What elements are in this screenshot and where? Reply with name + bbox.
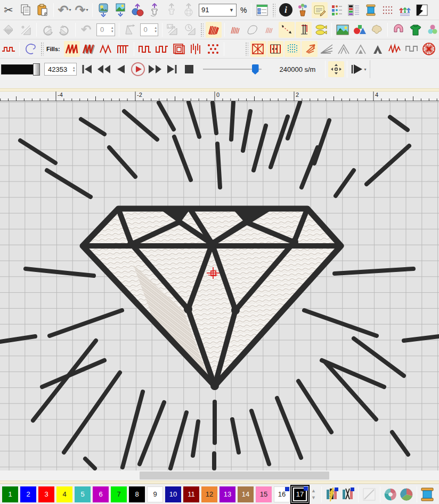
fill-columns-icon[interactable] <box>188 41 204 57</box>
outline-shape-icon[interactable] <box>245 22 261 38</box>
arc-tool-icon[interactable] <box>22 41 38 57</box>
copy-icon[interactable] <box>18 2 34 18</box>
palette-color-2[interactable]: 2 <box>20 486 36 502</box>
palette-color-17[interactable]: 17 <box>292 486 308 502</box>
step-back-button[interactable] <box>113 62 129 77</box>
palette-color-11[interactable]: 11 <box>183 486 199 502</box>
motif-dot-circle-icon[interactable] <box>284 41 300 57</box>
palette-color-12[interactable]: 12 <box>201 486 217 502</box>
fills-toolbar: Fills: <box>0 39 439 59</box>
scrollbar-thumb[interactable] <box>140 472 329 480</box>
motif-fan-icon[interactable] <box>319 41 335 57</box>
palette-color-3[interactable]: 3 <box>38 486 54 502</box>
palette-scroll-spinner[interactable]: ▲▼ <box>311 489 316 500</box>
fill-satin-shadow-icon[interactable] <box>81 41 97 57</box>
motif-wave-icon[interactable] <box>387 41 403 57</box>
palette-color-8[interactable]: 8 <box>129 486 145 502</box>
export-thread-icon[interactable] <box>147 2 162 18</box>
thread-palette-icon[interactable] <box>346 2 362 18</box>
motif-cross-fill-icon[interactable] <box>250 41 266 57</box>
color-blend-icon[interactable] <box>425 22 439 38</box>
import-design-icon[interactable] <box>95 2 111 18</box>
motif-peak-open-icon[interactable] <box>336 41 352 57</box>
speed-slider[interactable] <box>203 63 262 75</box>
undo-button[interactable]: ↶▾ <box>56 2 72 18</box>
motif-peak-mid-icon[interactable] <box>353 41 369 57</box>
import-colors-icon[interactable] <box>129 2 145 18</box>
thread-chart-icon[interactable] <box>324 487 339 502</box>
crescent-fill-icon[interactable] <box>227 41 243 57</box>
step-forward-button[interactable]: ▾ <box>350 62 366 77</box>
thread-chart-x-icon[interactable] <box>340 487 355 502</box>
paste-icon[interactable] <box>35 2 51 18</box>
stitch-list-icon[interactable] <box>254 2 270 18</box>
motif-crumple-icon[interactable] <box>302 41 318 57</box>
running-stitch-icon[interactable] <box>1 41 17 57</box>
play-button[interactable] <box>130 62 146 77</box>
zoom-combobox[interactable]: 91 ▼ <box>199 4 237 16</box>
fill-comb-icon[interactable] <box>115 41 131 57</box>
fill-square-wave2-icon[interactable] <box>154 41 170 57</box>
rotate-angle-spinner[interactable]: 0 ▴▾ <box>96 23 115 36</box>
stitch-progress-bar[interactable] <box>1 64 34 75</box>
thread-spool-icon[interactable] <box>363 2 379 18</box>
info-icon[interactable]: i <box>278 2 294 18</box>
palette-color-15[interactable]: 15 <box>256 486 272 502</box>
palette-color-7[interactable]: 7 <box>111 486 127 502</box>
palette-color-16[interactable]: 16 <box>274 486 290 502</box>
palette-color-6[interactable]: 6 <box>93 486 109 502</box>
skip-to-end-button[interactable] <box>164 62 180 77</box>
design-canvas[interactable] <box>0 101 439 470</box>
skip-to-start-button[interactable] <box>79 62 95 77</box>
color-wheel-icon[interactable] <box>383 487 398 502</box>
chevron-down-icon[interactable]: ▼ <box>229 7 234 13</box>
satin-stitch-icon[interactable] <box>206 22 222 38</box>
fill-square-wave-icon[interactable] <box>137 41 153 57</box>
cut-icon[interactable]: ✂ <box>1 2 17 18</box>
design-properties-icon[interactable] <box>295 2 311 18</box>
fill-zigzag-icon[interactable] <box>98 41 114 57</box>
flower-shape-icon[interactable] <box>369 22 385 38</box>
sparse-fill-icon[interactable] <box>262 22 278 38</box>
background-image-icon[interactable] <box>335 22 351 38</box>
motif-peak-solid-icon[interactable] <box>370 41 386 57</box>
notes-edit-icon[interactable] <box>312 2 328 18</box>
motif-wheel-icon[interactable] <box>421 41 437 57</box>
palette-color-13[interactable]: 13 <box>220 486 235 502</box>
color-order-list-icon[interactable] <box>329 2 345 18</box>
stop-button[interactable] <box>181 62 197 77</box>
tshirt-icon[interactable] <box>408 22 424 38</box>
applique-fish-icon[interactable] <box>313 22 329 38</box>
rewind-button[interactable] <box>96 62 112 77</box>
redo-button[interactable]: ↷▾ <box>74 2 90 18</box>
palette-color-5[interactable]: 5 <box>75 486 91 502</box>
speed-slider-thumb[interactable] <box>252 64 259 75</box>
fast-forward-button[interactable] <box>147 62 163 77</box>
stitch-points-icon[interactable] <box>380 2 396 18</box>
pan-move-icon[interactable] <box>328 61 344 77</box>
palette-color-1[interactable]: 1 <box>2 486 18 502</box>
horizontal-scrollbar[interactable] <box>0 470 439 481</box>
motif-step-icon[interactable] <box>404 41 420 57</box>
spool-palette-icon[interactable] <box>420 487 435 502</box>
fill-region-icon[interactable] <box>227 22 243 38</box>
progress-slider-thumb[interactable] <box>33 63 40 76</box>
palette-color-10[interactable]: 10 <box>165 486 181 502</box>
needle-tool-icon[interactable] <box>296 22 312 38</box>
import-image-icon[interactable] <box>112 2 128 18</box>
stitch-count-spinner[interactable]: 42353 ▴▾ <box>44 63 77 76</box>
letter-shape-icon[interactable] <box>391 22 407 38</box>
vector-shapes-icon[interactable] <box>352 22 368 38</box>
palette-color-4[interactable]: 4 <box>56 486 72 502</box>
contrast-view-icon[interactable] <box>414 2 430 18</box>
color-sphere-icon[interactable] <box>399 487 414 502</box>
fill-meander-icon[interactable] <box>171 41 187 57</box>
community-icon[interactable] <box>397 2 413 18</box>
palette-color-9[interactable]: 9 <box>147 486 163 502</box>
manual-stitch-icon[interactable] <box>279 22 295 38</box>
motif-column-fill-icon[interactable] <box>267 41 283 57</box>
palette-color-14[interactable]: 14 <box>238 486 254 502</box>
fill-satin-dense-icon[interactable] <box>64 41 80 57</box>
skew-spinner[interactable]: 0 ▴▾ <box>140 23 159 36</box>
fill-dots-icon[interactable] <box>205 41 221 57</box>
